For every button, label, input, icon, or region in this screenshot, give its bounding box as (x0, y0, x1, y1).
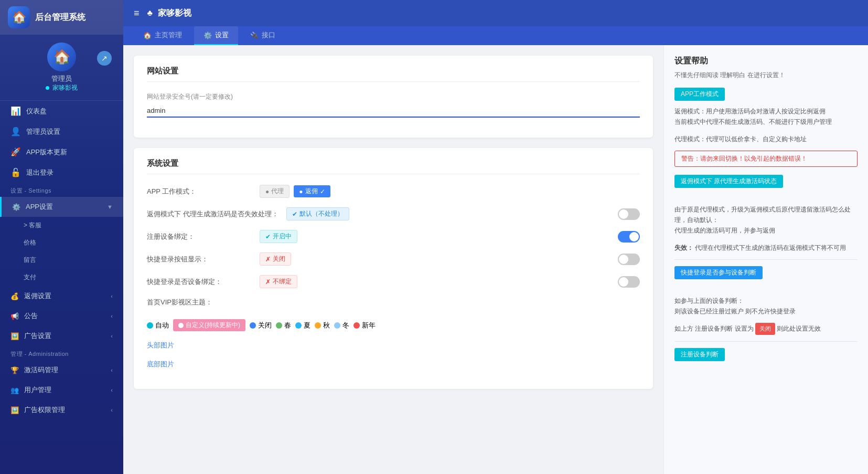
cashback-status-tag: 返佣模式下 原代理生成激活码状态 (674, 175, 783, 188)
invalid-section: 失效： 代理在代理模式下生成的激活码在返佣模式下将不可用 (674, 243, 858, 253)
theme-custom[interactable]: 自定义(持续更新中) (173, 319, 245, 331)
theme-newyear[interactable]: 新年 (353, 321, 376, 330)
theme-close[interactable]: 关闭 (250, 321, 272, 330)
user-site: 家哆影视 (46, 83, 78, 92)
vip-theme-label: 首页VIP影视区主题： (147, 298, 252, 307)
share-button[interactable]: ↗ (97, 51, 112, 66)
content-area: 网站设置 网站登录安全号(请一定要修改) 系统设置 APP 工作模式： ● (123, 45, 868, 474)
mode-proxy-btn[interactable]: ● 代理 (260, 185, 290, 198)
help-divider-2 (674, 341, 858, 342)
sidebar-item-user-management[interactable]: 👥 用户管理 ‹ (0, 380, 123, 400)
sidebar-item-label: 用户管理 (24, 385, 51, 395)
cashback-default-btn[interactable]: ✔ 默认（不处理） (286, 207, 349, 220)
admin-settings-icon: 👤 (10, 127, 21, 136)
radio-dot (250, 322, 256, 329)
right-help-panel: 设置帮助 不懂先仔细阅读 理解明白 在进行设置！ APP工作模式 返佣模式：用户… (663, 45, 868, 474)
footer-image-link[interactable]: 底部图片 (147, 360, 174, 369)
sidebar-item-app-update[interactable]: 🚀 APP版本更新 (0, 142, 123, 162)
sidebar: 🏠 后台管理系统 🏠 ↗ 管理员 家哆影视 📊 仪表盘 👤 管理员设置 🚀 AP… (0, 0, 123, 474)
nav-left: 👥 用户管理 (10, 385, 51, 395)
tab-main-manage[interactable]: 🏠 主页管理 (134, 26, 191, 45)
theme-auto[interactable]: 自动 (147, 321, 169, 330)
sidebar-item-app-settings[interactable]: ⚙️ APP设置 ▼ (0, 197, 123, 217)
vip-theme-group: 自动 自定义(持续更新中) 关闭 春 (147, 319, 376, 331)
warning-box: 警告：请勿来回切换！以免引起的数据错误！ (674, 151, 858, 167)
close-btn-label: 关闭 (759, 324, 771, 334)
radio-dot-active (147, 322, 153, 329)
sidebar-item-admin-settings[interactable]: 👤 管理员设置 (0, 121, 123, 142)
quick-login-bind-btn[interactable]: ✗ 不绑定 (260, 275, 297, 288)
header-image-row: 头部图片 (147, 341, 640, 350)
quick-login-desc2-row: 如上方 注册设备判断 设置为 关闭 则此处设置无效 (674, 323, 858, 335)
user-name: 管理员 (51, 74, 72, 83)
help-subtitle: 不懂先仔细阅读 理解明白 在进行设置！ (674, 71, 858, 80)
quick-login-desc1: 如参与上面的设备判断： 则该设备已经注册过账户 则不允许快捷登录 (674, 285, 858, 317)
user-section: 🏠 ↗ 管理员 家哆影视 (0, 35, 123, 101)
help-title: 设置帮助 (674, 56, 858, 67)
header-image-link[interactable]: 头部图片 (147, 341, 174, 350)
sidebar-item-label: > (24, 222, 29, 229)
cashback-invalid-label: 返佣模式下 代理生成激活码是否失效处理： (147, 209, 278, 219)
tabs-bar: 🏠 主页管理 ⚙️ 设置 🔌 接口 (123, 26, 868, 45)
chevron-right-icon: ‹ (111, 407, 113, 413)
app-work-mode-tag: APP工作模式 (674, 88, 725, 101)
sidebar-item-announcement[interactable]: 📢 公告 ‹ (0, 306, 123, 326)
chevron-right-icon: ‹ (111, 387, 113, 393)
section-label-settings: 设置 - Settings (0, 183, 123, 197)
quick-login-bind-toggle[interactable] (618, 276, 640, 288)
register-bind-btn[interactable]: ✔ 开启中 (260, 230, 297, 243)
activation-icon: 🏆 (10, 366, 19, 374)
nav-left: 🖼️ 广告权限管理 (10, 405, 65, 415)
sidebar-item-logout[interactable]: 🔓 退出登录 (0, 162, 123, 183)
chevron-down-icon: ▼ (107, 204, 113, 210)
quick-login-btn-toggle[interactable] (618, 254, 640, 265)
sidebar-item-activation-code[interactable]: 🏆 激活码管理 ‹ (0, 360, 123, 380)
radio-dot (353, 322, 360, 329)
sidebar-item-payment[interactable]: 支付 (0, 269, 123, 286)
tab-label: 主页管理 (155, 30, 182, 40)
theme-autumn[interactable]: 秋 (315, 321, 330, 330)
section-label-admin: 管理 - Administration (0, 346, 123, 360)
sidebar-item-price[interactable]: 价格 (0, 234, 123, 251)
app-settings-icon: ⚙️ (12, 203, 20, 211)
theme-summer[interactable]: 夏 (295, 321, 310, 330)
quick-login-btn-value: 关闭 (273, 255, 285, 264)
tab-settings[interactable]: ⚙️ 设置 (194, 26, 238, 45)
theme-newyear-label: 新年 (362, 321, 376, 330)
sidebar-item-label: 返佣设置 (24, 291, 51, 301)
theme-spring[interactable]: 春 (276, 321, 291, 330)
logo-text: 后台管理系统 (35, 12, 85, 23)
register-bind-row: 注册设备绑定： ✔ 开启中 (147, 230, 640, 243)
login-security-input[interactable] (147, 104, 640, 118)
sidebar-item-message[interactable]: 留言 (0, 251, 123, 269)
menu-toggle-button[interactable]: ≡ (134, 8, 140, 19)
invalid-desc: 代理在代理模式下生成的激活码在返佣模式下将不可用 (695, 244, 846, 251)
sidebar-item-ad-permissions[interactable]: 🖼️ 广告权限管理 ‹ (0, 400, 123, 420)
sidebar-item-ad-settings[interactable]: 🖼️ 广告设置 ‹ (0, 326, 123, 346)
sidebar-logo: 🏠 后台管理系统 (0, 0, 123, 35)
close-tag: 关闭 (755, 323, 775, 335)
tab-icon: ⚙️ (203, 31, 212, 39)
quick-login-bind-row: 快捷登录是否设备绑定： ✗ 不绑定 (147, 275, 640, 288)
sidebar-item-customer-service[interactable]: > 客服 (0, 217, 123, 234)
sidebar-item-cashback[interactable]: 💰 返佣设置 ‹ (0, 286, 123, 306)
register-bind-label: 注册设备绑定： (147, 232, 252, 241)
announcement-icon: 📢 (10, 312, 19, 320)
mode-cashback-btn[interactable]: ● 返佣 ✓ (294, 185, 330, 197)
tab-interface[interactable]: 🔌 接口 (241, 26, 285, 45)
system-settings-title: 系统设置 (147, 159, 640, 174)
checkmark-icon: ✓ (320, 188, 325, 195)
user-row: 🏠 ↗ (5, 43, 118, 74)
sidebar-item-dashboard[interactable]: 📊 仪表盘 (0, 101, 123, 121)
theme-spring-label: 春 (284, 321, 291, 330)
radio-dot (295, 322, 302, 329)
cashback-invalid-toggle[interactable] (618, 208, 640, 220)
register-bind-toggle[interactable] (618, 231, 640, 243)
theme-winter[interactable]: 冬 (334, 321, 349, 330)
sidebar-item-label: APP版本更新 (26, 148, 67, 157)
nav-left: 💰 返佣设置 (10, 291, 51, 301)
sidebar-item-label: 客服 (29, 222, 41, 229)
nav-left: 📢 公告 (10, 311, 38, 321)
quick-login-btn-btn[interactable]: ✗ 关闭 (260, 252, 291, 266)
tab-icon: 🏠 (143, 31, 152, 39)
